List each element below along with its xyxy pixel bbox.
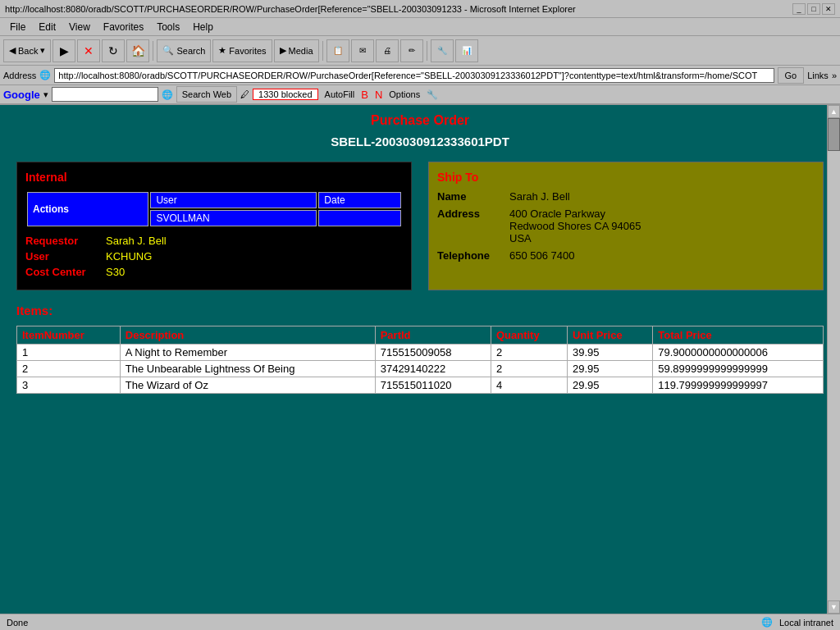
ship-address-value: 400 Oracle Parkway Redwood Shores CA 940… (509, 208, 641, 244)
edit-button[interactable]: ✏ (400, 39, 423, 62)
zone-icon: 🌐 (761, 617, 773, 628)
address-label: Address (3, 71, 36, 80)
main-columns: Internal Actions User Date SVOLLMAN Requ… (16, 162, 824, 290)
options-icon: 🔧 (427, 89, 438, 100)
search-icon: 🔍 (162, 45, 174, 56)
history-button[interactable]: 📋 (326, 39, 349, 62)
menu-file[interactable]: File (3, 20, 32, 34)
requestor-label: Requestor (25, 235, 99, 247)
scrollbar[interactable]: ▲ ▼ (827, 105, 840, 614)
mail-button[interactable]: ✉ (351, 39, 374, 62)
favorites-button[interactable]: ★ Favorites (212, 39, 272, 62)
ship-address-label: Address (437, 208, 503, 244)
blocked-badge[interactable]: 1330 blocked (253, 89, 317, 100)
cell-unit_price: 29.95 (567, 361, 652, 377)
norton-icon: N (375, 89, 382, 101)
scroll-thumb[interactable] (828, 118, 840, 151)
user-info-label: User (25, 250, 99, 262)
title-bar: http://localhost:8080/oradb/SCOTT/PURCHA… (0, 0, 840, 18)
menu-edit[interactable]: Edit (32, 20, 62, 34)
cell-total_price: 79.9000000000000006 (653, 345, 824, 361)
tools-button[interactable]: 🔧 (431, 39, 454, 62)
separator-2 (322, 41, 323, 61)
blogger-icon: B (361, 89, 368, 101)
col-part-id: PartId (375, 326, 491, 345)
cell-description: The Wizard of Oz (120, 377, 375, 394)
scroll-down-button[interactable]: ▼ (828, 600, 840, 614)
requestor-value: Sarah J. Bell (106, 235, 167, 247)
search-button[interactable]: 🔍 Search (157, 39, 211, 62)
cell-unit_price: 29.95 (567, 377, 652, 394)
options-button[interactable]: Options (386, 89, 423, 99)
table-row: 1A Night to Remember715515009058239.9579… (17, 345, 824, 361)
toolbar: ◀ Back ▾ ▶ ✕ ↻ 🏠 🔍 Search ★ Favorites ▶ … (0, 36, 840, 66)
links-button[interactable]: Links (807, 71, 829, 80)
menu-tools[interactable]: Tools (150, 20, 186, 34)
page-title: Purchase Order (16, 113, 824, 128)
separator-3 (427, 41, 427, 61)
address-icon: 🌐 (39, 70, 51, 80)
ship-to-section: Ship To Name Sarah J. Bell Address 400 O… (428, 162, 824, 290)
search-label: Search (176, 46, 205, 56)
internal-title: Internal (25, 171, 403, 184)
menu-view[interactable]: View (62, 20, 97, 34)
ship-phone-row: Telephone 650 506 7400 (437, 249, 815, 262)
back-button[interactable]: ◀ Back ▾ (3, 39, 51, 62)
cell-part_id: 715515011020 (375, 377, 491, 394)
stop-button[interactable]: ✕ (77, 39, 100, 62)
refresh-button[interactable]: ↻ (102, 39, 125, 62)
zone-text: Local intranet (779, 618, 833, 628)
page-content: Purchase Order SBELL-2003030912333601PDT… (0, 105, 840, 614)
print-button[interactable]: 🖨 (376, 39, 399, 62)
menu-bar: File Edit View Favorites Tools Help (0, 18, 840, 36)
user-col-header: User (150, 192, 317, 208)
scroll-up-button[interactable]: ▲ (828, 105, 840, 118)
cost-center-row: Cost Center S30 (25, 266, 403, 278)
star-icon: ★ (218, 45, 226, 56)
cell-item_number: 1 (17, 345, 121, 361)
actions-table: Actions User Date SVOLLMAN (25, 190, 403, 228)
google-bar: Google ▾ 🌐 Search Web 🖊 1330 blocked Aut… (0, 85, 840, 105)
media-label: Media (289, 46, 313, 56)
cell-quantity: 4 (491, 377, 567, 394)
cell-total_price: 59.8999999999999999 (653, 361, 824, 377)
col-unit-price: Unit Price (567, 326, 652, 345)
cell-item_number: 3 (17, 377, 121, 394)
ship-phone-value: 650 506 7400 (509, 249, 575, 262)
col-quantity: Quantity (491, 326, 567, 345)
ship-name-label: Name (437, 190, 503, 203)
title-bar-buttons: _ □ ✕ (792, 3, 835, 15)
scroll-track (828, 118, 840, 600)
date-col-header: Date (318, 192, 401, 208)
requestor-row: Requestor Sarah J. Bell (25, 235, 403, 247)
forward-button[interactable]: ▶ (52, 39, 75, 62)
col-item-number: ItemNumber (17, 326, 121, 345)
extra-button[interactable]: 📊 (455, 39, 478, 62)
minimize-button[interactable]: _ (792, 3, 806, 15)
media-button[interactable]: ▶ Media (274, 39, 319, 62)
search-web-button[interactable]: Search Web (176, 86, 237, 103)
table-row: 3The Wizard of Oz715515011020429.95119.7… (17, 377, 824, 394)
address-line2: Redwood Shores CA 94065 (509, 220, 641, 232)
autofill-button[interactable]: AutoFill (322, 89, 358, 99)
address-line1: 400 Oracle Parkway (509, 208, 605, 220)
home-button[interactable]: 🏠 (126, 39, 149, 62)
title-bar-text: http://localhost:8080/oradb/SCOTT/PURCHA… (5, 4, 792, 14)
address-bar: Address 🌐 Go Links » (0, 66, 840, 85)
close-button[interactable]: ✕ (822, 3, 835, 15)
address-input[interactable] (54, 68, 774, 83)
restore-button[interactable]: □ (807, 3, 820, 15)
google-logo: Google (3, 89, 40, 101)
date-value-cell (318, 210, 401, 226)
ship-name-row: Name Sarah J. Bell (437, 190, 815, 203)
favorites-label: Favorites (229, 46, 266, 56)
go-button[interactable]: Go (778, 67, 805, 84)
google-dropdown-icon[interactable]: ▾ (43, 89, 48, 100)
back-label: Back (18, 46, 38, 56)
items-header-row: ItemNumber Description PartId Quantity U… (17, 326, 824, 345)
user-info-value: KCHUNG (106, 250, 152, 262)
menu-favorites[interactable]: Favorites (97, 20, 150, 34)
status-right: 🌐 Local intranet (761, 617, 833, 628)
menu-help[interactable]: Help (186, 20, 220, 34)
google-search-input[interactable] (52, 87, 158, 102)
